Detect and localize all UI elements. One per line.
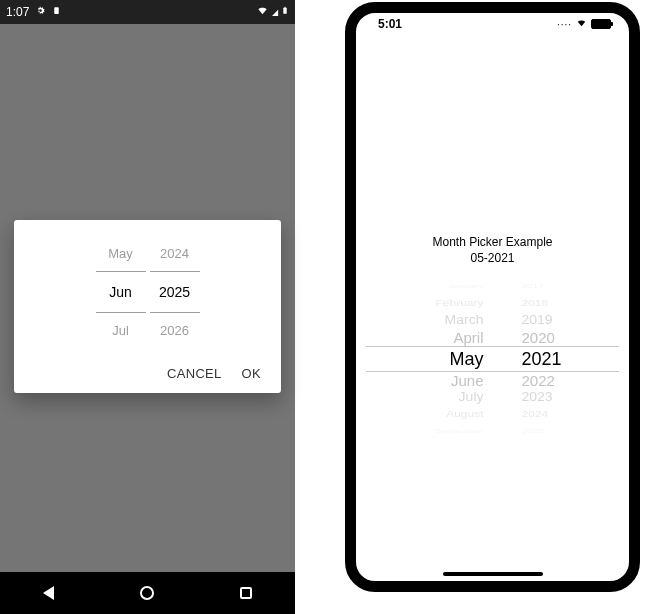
ios-clock: 5:01	[378, 17, 402, 31]
android-clock: 1:07	[6, 5, 29, 19]
year-selected[interactable]: 2021	[522, 347, 572, 371]
year-option[interactable]: 2025	[522, 427, 572, 436]
year-next[interactable]: 2026	[150, 313, 200, 348]
wifi-icon	[575, 17, 588, 31]
battery-icon	[591, 19, 611, 29]
signal-icon: ◢	[272, 8, 278, 17]
month-selected[interactable]: May	[414, 347, 484, 371]
cancel-button[interactable]: CANCEL	[167, 366, 222, 381]
svg-rect-0	[55, 7, 60, 14]
year-selected[interactable]: 2025	[150, 271, 200, 313]
gear-icon	[35, 5, 46, 19]
year-prev[interactable]: 2024	[150, 236, 200, 271]
month-selected[interactable]: Jun	[96, 271, 146, 313]
ios-device: 5:01 Month Picker Example 05-2021 Januar…	[345, 2, 640, 592]
month-option[interactable]: April	[414, 330, 484, 346]
android-statusbar: 1:07 ◢	[0, 0, 295, 24]
month-option[interactable]: June	[414, 373, 484, 389]
android-screen: May Jun Jul 2024 2025 2026 CANCEL OK	[0, 24, 295, 572]
year-option[interactable]: 2024	[522, 409, 572, 421]
battery-icon	[281, 4, 289, 20]
month-option[interactable]: July	[414, 390, 484, 404]
svg-rect-1	[283, 8, 286, 14]
svg-rect-2	[284, 7, 285, 8]
android-device: 1:07 ◢ May Jun Jul	[0, 0, 295, 614]
home-button[interactable]	[140, 586, 154, 600]
month-option[interactable]: February	[414, 298, 484, 310]
year-option[interactable]: 2022	[522, 373, 572, 389]
year-option[interactable]: 2019	[522, 313, 572, 327]
month-spinner[interactable]: May Jun Jul	[96, 236, 146, 348]
card-icon	[52, 5, 61, 19]
year-option[interactable]: 2023	[522, 390, 572, 404]
home-indicator[interactable]	[443, 572, 543, 576]
ok-button[interactable]: OK	[242, 366, 261, 381]
year-option[interactable]: 2018	[522, 298, 572, 310]
month-picker-dialog: May Jun Jul 2024 2025 2026 CANCEL OK	[14, 220, 281, 393]
month-option[interactable]: January	[414, 282, 484, 291]
recents-button[interactable]	[240, 587, 252, 599]
ios-statusbar: 5:01	[356, 13, 629, 35]
year-spinner[interactable]: 2024 2025 2026	[150, 236, 200, 348]
month-next[interactable]: Jul	[96, 313, 146, 348]
year-option[interactable]: 2020	[522, 330, 572, 346]
month-option[interactable]: March	[414, 313, 484, 327]
year-option[interactable]: 2017	[522, 282, 572, 291]
month-prev[interactable]: May	[96, 236, 146, 271]
ios-month-picker[interactable]: January2017 February2018 March2019 April…	[356, 278, 629, 438]
month-option[interactable]: August	[414, 409, 484, 421]
wifi-icon	[256, 5, 269, 19]
month-option[interactable]: September	[414, 427, 484, 436]
ios-screen: Month Picker Example 05-2021 January2017…	[356, 35, 629, 438]
cellular-icon	[557, 17, 572, 31]
page-title: Month Picker Example 05-2021	[356, 235, 629, 266]
android-navbar	[0, 572, 295, 614]
back-button[interactable]	[43, 586, 54, 600]
